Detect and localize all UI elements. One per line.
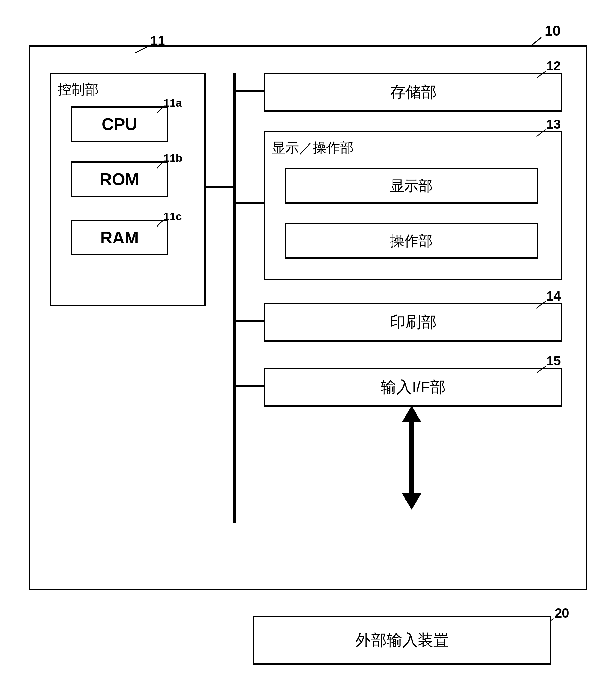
ram-box: RAM [71,220,168,255]
print-label: 印刷部 [390,312,437,333]
ref-11b-svg: 11b [157,149,209,168]
svg-text:11b: 11b [163,152,183,164]
op-inner-label: 操作部 [390,231,433,251]
h-line-print [235,320,264,322]
rom-box: ROM [71,161,168,197]
display-inner-label: 显示部 [390,176,433,196]
svg-text:10: 10 [545,23,560,39]
external-label: 外部输入装置 [355,630,449,651]
cpu-label: CPU [102,114,137,134]
input-if-label: 输入I/F部 [381,377,446,397]
input-if-box: 输入I/F部 [264,368,563,407]
ref-11a-svg: 11a [157,94,209,113]
print-box: 印刷部 [264,303,563,342]
control-label: 控制部 [58,81,98,98]
main-box: 11 控制部 CPU ROM RAM 11a 11b [29,45,587,590]
op-inner-box: 操作部 [285,223,538,259]
svg-text:11a: 11a [163,97,182,109]
svg-marker-11 [402,406,421,422]
arrow-down-svg [397,406,426,509]
svg-text:13: 13 [546,117,561,131]
svg-text:20: 20 [555,606,569,620]
svg-text:11c: 11c [163,210,182,222]
storage-box: 存储部 [264,73,563,112]
ref-11-svg: 11 [131,30,196,53]
ram-label: RAM [100,228,138,247]
display-op-label: 显示／操作部 [272,139,354,157]
svg-marker-13 [402,494,421,509]
bus-line [233,73,236,523]
external-box: 外部输入装置 [253,616,551,665]
ref-11c-svg: 11c [157,207,209,227]
svg-text:12: 12 [546,59,561,73]
svg-text:15: 15 [546,354,561,368]
svg-text:11: 11 [151,33,165,48]
diagram-container: 10 11 控制部 CPU ROM RAM [20,19,596,674]
svg-rect-12 [409,421,414,494]
ctrl-to-bus-line [206,186,233,188]
h-line-input [235,385,264,387]
display-op-box: 显示／操作部 显示部 操作部 [264,131,563,280]
storage-label: 存储部 [390,82,437,102]
ref-20-svg: 20 [545,603,600,626]
h-line-storage [235,90,264,92]
h-line-display [235,202,264,204]
cpu-box: CPU [71,106,168,142]
rom-label: ROM [100,169,139,189]
svg-text:14: 14 [546,289,561,303]
display-inner-box: 显示部 [285,168,538,204]
